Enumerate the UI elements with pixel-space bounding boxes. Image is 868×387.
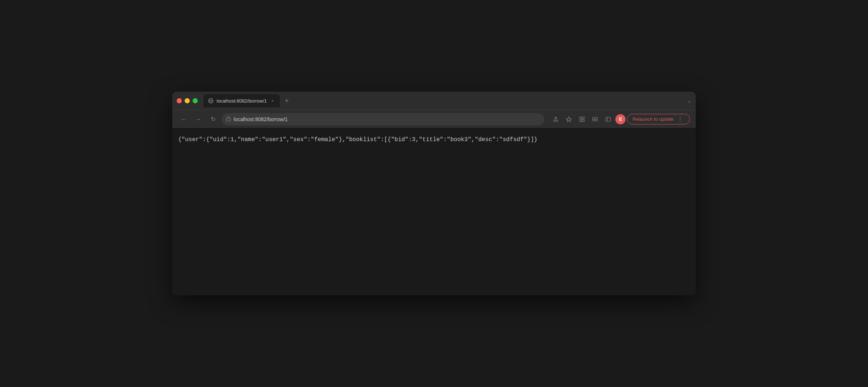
title-bar: localhost:8082/borrow/1 × + ⌄ <box>172 92 696 110</box>
bookmark-button[interactable] <box>563 113 575 125</box>
media-button[interactable] <box>589 113 601 125</box>
json-response: {"user":{"uid":1,"name":"user1","sex":"f… <box>178 135 690 144</box>
relaunch-more-icon[interactable]: ⋮ <box>676 116 684 123</box>
svg-rect-13 <box>606 117 611 121</box>
minimize-button[interactable] <box>185 98 190 103</box>
tab-bar: localhost:8082/borrow/1 × + <box>204 94 684 107</box>
globe-icon <box>208 98 214 104</box>
lock-icon <box>226 116 231 122</box>
svg-marker-4 <box>566 117 571 122</box>
relaunch-button[interactable]: Relaunch to update ⋮ <box>627 114 690 124</box>
nav-actions: E Relaunch to update ⋮ <box>550 113 690 125</box>
sidebar-button[interactable] <box>602 113 614 125</box>
address-input[interactable] <box>234 116 540 122</box>
svg-rect-5 <box>580 117 582 119</box>
traffic-lights <box>177 98 198 103</box>
content-area: {"user":{"uid":1,"name":"user1","sex":"f… <box>172 128 696 295</box>
svg-rect-6 <box>582 117 584 119</box>
new-tab-button[interactable]: + <box>281 95 292 106</box>
back-button[interactable]: ← <box>178 113 190 125</box>
nav-bar: ← → ↻ <box>172 110 696 128</box>
profile-avatar[interactable]: E <box>615 114 626 124</box>
svg-rect-7 <box>580 120 582 122</box>
active-tab[interactable]: localhost:8082/borrow/1 × <box>204 94 280 107</box>
browser-window: localhost:8082/borrow/1 × + ⌄ ← → ↻ <box>172 92 696 295</box>
svg-rect-3 <box>226 118 230 121</box>
tab-title: localhost:8082/borrow/1 <box>217 98 267 104</box>
svg-rect-8 <box>582 120 584 122</box>
maximize-button[interactable] <box>193 98 198 103</box>
extensions-button[interactable] <box>576 113 588 125</box>
close-button[interactable] <box>177 98 182 103</box>
chevron-down-icon[interactable]: ⌄ <box>687 98 691 104</box>
forward-button[interactable]: → <box>193 113 204 125</box>
relaunch-label: Relaunch to update <box>632 116 674 122</box>
reload-button[interactable]: ↻ <box>207 113 219 125</box>
tab-close-button[interactable]: × <box>270 98 276 104</box>
address-bar-container[interactable] <box>222 113 544 125</box>
share-button[interactable] <box>550 113 562 125</box>
